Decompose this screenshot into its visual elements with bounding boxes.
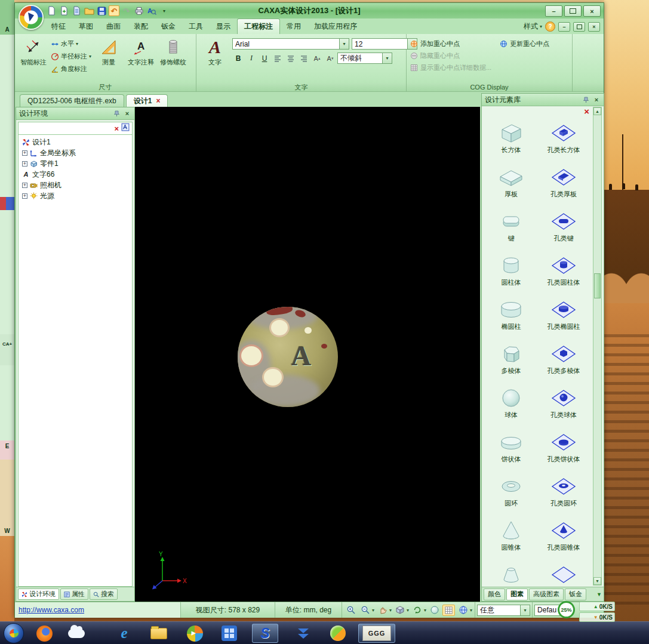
library-item-cylinder[interactable]: 圆柱体 [485,251,537,295]
taskbar-media-player[interactable] [182,624,208,643]
find-in-tree-icon[interactable] [121,123,130,134]
tree-item-camera[interactable]: 照相机 [19,180,132,190]
taskbar-internet-explorer[interactable] [111,624,137,643]
undo-icon[interactable]: ↶ [109,5,119,16]
thread-decoration-button[interactable]: 修饰螺纹 [158,37,188,68]
bold-button[interactable]: B [232,53,244,64]
library-item-ellipse-cylinder[interactable]: 椭圆柱 [485,295,537,340]
new-from-template-icon[interactable] [59,5,69,16]
italic-button[interactable]: I [245,53,257,64]
expand-icon[interactable] [22,161,27,167]
tab-sketch[interactable]: 草图 [72,19,100,34]
taskbar-stack-app[interactable] [290,624,316,643]
view-cube-icon[interactable] [393,605,406,616]
taskbar-explorer[interactable] [146,624,172,643]
style-dropdown-button[interactable]: 样式▾ [524,21,542,32]
dropdown-arrow-icon[interactable]: ▾ [339,39,349,49]
increase-font-button[interactable] [311,53,323,64]
library-item-hole-sphere[interactable]: 孔类球体 [537,384,590,428]
library-item-sphere[interactable]: 球体 [485,384,537,428]
library-item-prism[interactable]: 多棱体 [485,340,537,384]
library-item-torus[interactable]: 圆环 [485,472,537,516]
library-item-hole-torus[interactable]: 孔类圆环 [537,472,590,516]
text-annotation-button[interactable]: A 文字注释 [126,37,156,68]
tab-advanced-elements[interactable]: 高级图素 [529,588,564,600]
taskbar-firefox[interactable] [31,624,57,643]
sphere-model[interactable]: A [238,307,338,407]
pin-icon[interactable] [112,109,121,118]
tab-addins[interactable]: 加载应用程序 [307,19,364,34]
library-item-plate[interactable]: 厚板 [485,163,537,207]
taskbar-caxa[interactable] [252,624,278,643]
align-right-button[interactable] [298,53,310,64]
library-item-hole-truncated-cone[interactable] [537,560,590,587]
align-left-button[interactable] [272,53,284,64]
delete-icon[interactable] [114,124,119,133]
network-monitor[interactable]: 0K/S 0K/S [579,602,615,623]
doc-close-button[interactable]: × [588,22,600,32]
expand-icon[interactable] [22,193,27,199]
taskbar-pp-app[interactable] [325,624,351,643]
tab-color[interactable]: 颜色 [484,588,505,600]
document-tab-qd1225j[interactable]: QD1225J-006 电枢组件.exb [20,94,124,107]
library-item-hole-disc[interactable]: 孔类饼状体 [537,428,590,472]
open-document-icon[interactable] [71,5,82,16]
tab-elements[interactable]: 图素 [506,588,528,600]
tab-feature[interactable]: 特征 [45,19,72,34]
expand-icon[interactable] [22,150,27,156]
doc-minimize-button[interactable]: – [558,22,570,32]
tab-sheetmetal-lib[interactable]: 钣金 [565,588,586,600]
decrease-font-button[interactable] [324,53,336,64]
zoom-in-icon[interactable] [345,605,357,616]
tree-item-design1[interactable]: 设计1 [19,137,132,147]
tab-surface[interactable]: 曲面 [100,19,127,34]
save-icon[interactable] [96,5,107,16]
tab-properties[interactable]: 属性 [60,588,88,600]
render-mode-icon[interactable] [428,605,441,616]
measure-button[interactable]: 测量 [94,37,124,68]
tree-item-text66[interactable]: 文字66 [19,169,132,180]
tree-item-global-coords[interactable]: 全局坐标系 [19,147,132,158]
caxa-link[interactable]: http://www.caxa.com [15,602,181,618]
tab-assembly[interactable]: 装配 [127,19,155,34]
find-text-icon[interactable]: A [146,5,157,16]
scroll-thumb[interactable] [594,273,601,298]
rotate-view-icon[interactable] [411,605,423,616]
underline-button[interactable]: U [259,53,270,64]
library-item-hole-plate[interactable]: 孔类厚板 [537,163,590,207]
dropdown-arrow-icon[interactable]: ▾ [520,605,530,615]
tree-item-light[interactable]: 光源 [19,190,132,201]
radius-dimension-button[interactable]: 半径标注▾ [51,51,91,62]
tab-common[interactable]: 常用 [280,19,307,34]
new-document-icon[interactable] [46,5,57,16]
tab-search[interactable]: 搜索 [90,588,118,600]
zoom-out-icon[interactable] [359,605,371,616]
font-family-select[interactable]: Arial▾ [232,38,349,50]
library-item-cone[interactable]: 圆锥体 [485,516,537,560]
library-item-hole-cylinder[interactable]: 孔类圆柱体 [537,251,590,295]
align-center-button[interactable] [285,53,297,64]
grid-toggle-icon[interactable] [442,605,455,616]
library-item-cuboid[interactable]: 长方体 [485,119,537,163]
slant-select[interactable]: 不倾斜▾ [337,53,392,64]
doc-restore-button[interactable] [573,22,585,32]
library-item-hole-key[interactable]: 孔类键 [537,207,590,251]
help-icon[interactable] [545,21,555,32]
tab-tools[interactable]: 工具 [182,19,210,34]
design-viewport[interactable]: A Y X [135,107,480,602]
tab-sheetmetal[interactable]: 钣金 [155,19,182,34]
app-menu-logo[interactable] [19,5,44,30]
web-globe-icon[interactable] [457,605,469,616]
library-item-truncated-cone[interactable] [485,560,537,587]
print-icon[interactable] [134,5,144,16]
library-item-hole-ellipse-cylinder[interactable]: 孔类椭圆柱 [537,295,590,340]
taskbar-ggg-window[interactable]: GGG [358,624,395,643]
zoom-mode-select[interactable]: 任意▾ [475,602,533,618]
taskbar-cloud-app[interactable] [63,624,90,643]
library-scrollbar[interactable] [593,107,602,586]
update-cog-button[interactable]: 更新重心中点 [500,38,571,50]
hide-cog-button[interactable]: 隐藏重心中点 [410,50,500,61]
pin-icon[interactable] [582,95,590,104]
dropdown-arrow-icon[interactable]: ▾ [382,53,392,63]
tree-item-part1[interactable]: 零件1 [19,158,132,169]
